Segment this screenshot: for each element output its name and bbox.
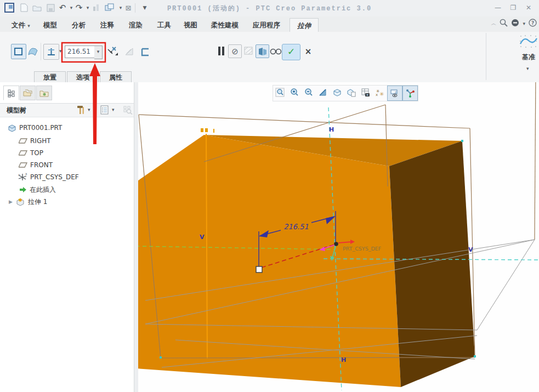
tree-item-extrude[interactable]: ▶ ✱ 拉伸 1 (9, 196, 47, 208)
tab-render[interactable]: 渲染 (122, 18, 150, 32)
dimension-text: 216.51 (283, 223, 309, 231)
h-label-top: H (329, 126, 334, 133)
tab-flexible-modeling[interactable]: 柔性建模 (204, 18, 246, 32)
thicken-sketch-button[interactable] (139, 46, 151, 58)
tree-item-right[interactable]: RIGHT (19, 135, 51, 147)
depth-type-button[interactable] (43, 44, 59, 60)
tab-model-tree[interactable] (3, 86, 19, 100)
v-label-right: V (468, 246, 473, 253)
annotation-display-button[interactable]: z (387, 86, 402, 101)
datum-spline-icon[interactable] (519, 34, 538, 49)
insert-here-icon (19, 186, 27, 193)
tab-file[interactable]: 文件 ▾ (4, 18, 37, 32)
tab-annotate[interactable]: 注释 (93, 18, 121, 32)
tree-item-insert-here[interactable]: 在此插入 (19, 184, 56, 196)
tree-item-top[interactable]: TOP (19, 147, 43, 159)
saved-orientations-button[interactable] (344, 86, 359, 100)
zoom-in-button[interactable] (287, 86, 302, 100)
svg-text:x: x (18, 173, 20, 177)
refit-button[interactable] (273, 86, 287, 100)
datum-plane-icon (19, 138, 27, 144)
tab-options[interactable]: 选项 (67, 71, 99, 83)
help-icon[interactable]: ? (529, 19, 537, 29)
window-title: PRT0001 (活动的) - PTC Creo Parametric 3.0 (0, 4, 539, 13)
cancel-icon[interactable]: × (303, 46, 314, 58)
model-tree-header: 模型树 ▾ ▾ (0, 103, 134, 117)
csys-label: PRT_CSYS_DEF (343, 246, 381, 252)
model-scene: H H V V 216.51 PRT_CSYS_DEF (138, 82, 539, 392)
no-preview-button[interactable]: ⊘ (228, 44, 242, 58)
ok-button[interactable]: ✓ (282, 44, 300, 60)
solid-button[interactable] (11, 44, 26, 59)
shaded-preview-button[interactable] (256, 44, 269, 58)
remove-material-button[interactable] (123, 45, 136, 58)
box-front-face[interactable] (138, 135, 401, 387)
box-right-face[interactable] (389, 141, 475, 387)
tree-item-front[interactable]: FRONT (19, 159, 53, 171)
tab-placement[interactable]: 放置 (34, 71, 66, 83)
h-label-bottom: H (341, 356, 346, 363)
dashboard-separator (41, 43, 41, 60)
tree-item-csys[interactable]: xx PRT_CSYS_DEF (18, 171, 79, 183)
repaint-button[interactable] (316, 86, 330, 100)
tree-settings-caret[interactable]: ▾ (88, 107, 90, 112)
tab-extrude-active[interactable]: 拉伸 (290, 18, 319, 32)
graphics-area[interactable]: H H V V 216.51 PRT_CSYS_DEF (138, 82, 539, 392)
tab-model[interactable]: 模型 (36, 18, 64, 32)
resource-caret-icon[interactable]: ▾ (523, 21, 525, 26)
section-direction-markers (201, 128, 214, 133)
display-style-button[interactable] (330, 86, 344, 100)
model-tree-title: 模型树 (7, 106, 26, 115)
minimize-button[interactable]: — (492, 3, 504, 13)
view-manager-button[interactable] (359, 86, 373, 100)
datum-display-filters-button[interactable]: ✳✳x (373, 86, 387, 100)
verify-button[interactable] (242, 44, 255, 57)
v-label-left: V (200, 234, 205, 241)
model-tree-panel: 模型树 ▾ ▾ PRT0001.PRT RIGHT TOP FRONT xx P… (0, 82, 134, 392)
spin-center-button[interactable] (402, 86, 418, 101)
tab-favorites[interactable] (36, 86, 52, 100)
tab-tools[interactable]: 工具 (150, 18, 178, 32)
glasses-icon[interactable] (270, 46, 282, 56)
drag-handle[interactable] (256, 266, 262, 272)
extrude-dashboard: ▾ 216.51 ▾ ⊘ ✓ × 放置 选项 属性 基准 ▾ (0, 32, 539, 83)
ribbon-right-icons: ︿ ▾ ? (491, 19, 537, 29)
part-icon (8, 124, 16, 132)
pause-button[interactable] (216, 45, 226, 57)
ribbon-tab-row: 文件 ▾ 模型 分析 注释 渲染 工具 视图 柔性建模 应用程序 拉伸 (0, 16, 539, 32)
extrude-icon: ✱ (15, 197, 25, 206)
depth-value-caret[interactable]: ▾ (94, 46, 103, 59)
creo-window: { "window": { "title": "PRT0001 (活动的) - … (0, 0, 539, 392)
flip-direction-button[interactable] (106, 45, 119, 58)
datum-group-label[interactable]: 基准 (519, 53, 538, 62)
datum-group-separator (486, 33, 486, 80)
depth-value-field[interactable]: 216.51 (65, 46, 98, 58)
tree-filters-caret[interactable]: ▾ (112, 107, 115, 112)
command-search-icon[interactable] (500, 19, 508, 29)
restore-button[interactable]: ❐ (507, 3, 519, 13)
tab-analysis[interactable]: 分析 (65, 18, 93, 32)
datum-plane-icon (19, 162, 27, 168)
tree-settings-icon[interactable] (76, 105, 86, 117)
tab-folder-browser[interactable] (20, 86, 36, 100)
zoom-out-button[interactable] (302, 86, 316, 100)
title-bar: ↶ ▾ ↷ ▾ ▾ ⊠ ▼ PRT0001 (活动的) - PTC Creo P… (0, 0, 539, 17)
svg-text:x: x (25, 173, 27, 175)
datum-group-caret[interactable]: ▾ (526, 66, 529, 71)
expand-caret-icon[interactable]: ▶ (9, 199, 13, 204)
svg-text:?: ? (531, 20, 534, 26)
tab-view[interactable]: 视图 (177, 18, 205, 32)
depth-type-caret-icon[interactable]: ▾ (59, 48, 62, 54)
close-button[interactable]: ✕ (523, 3, 535, 13)
in-graphics-toolbar: ✳✳x z (273, 85, 418, 101)
tab-properties[interactable]: 属性 (100, 71, 132, 83)
tree-filters-icon[interactable] (100, 105, 110, 116)
collapse-ribbon-icon[interactable]: ︿ (491, 20, 496, 27)
resource-center-icon[interactable] (511, 19, 519, 29)
tree-item-part[interactable]: PRT0001.PRT (8, 122, 62, 134)
svg-text:✳: ✳ (379, 91, 384, 97)
svg-text:✱: ✱ (18, 197, 22, 203)
tab-applications[interactable]: 应用程序 (246, 18, 287, 32)
tree-search-icon[interactable] (123, 105, 133, 116)
surface-button[interactable] (26, 45, 39, 58)
